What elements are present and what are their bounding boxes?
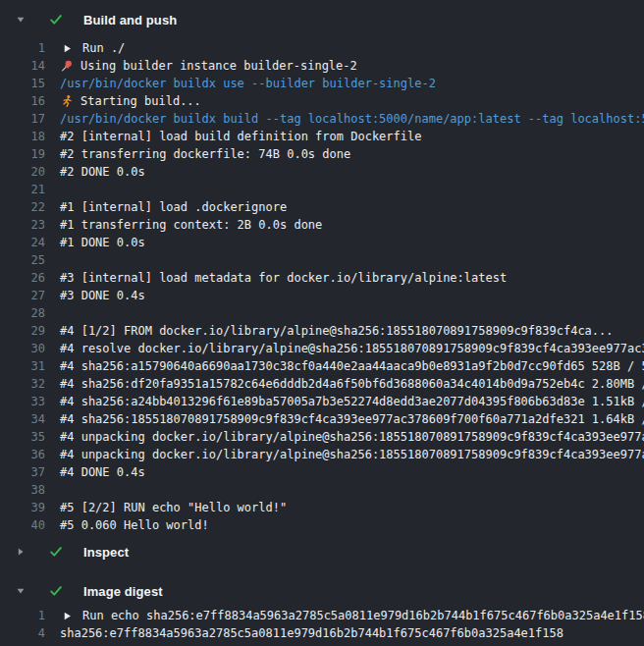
check-icon [49,545,63,559]
line-text: #4 sha256:df20fa9351a15782c64e6dddb2d4a6… [60,375,644,393]
log-line: 14Using builder instance builder-single-… [0,57,644,75]
line-number[interactable]: 39 [0,499,45,516]
log-line: 1Run ./ [0,39,644,57]
log-line: 23#1 transferring context: 2B 0.0s done [0,216,644,234]
line-number[interactable]: 18 [0,128,45,145]
log-line: 33#4 sha256:a24bb4013296f61e89ba57005a7b… [0,393,644,410]
line-number[interactable]: 31 [0,357,45,375]
line-number[interactable]: 35 [0,428,45,446]
line-number[interactable]: 36 [0,446,45,463]
check-icon [49,13,63,27]
log-line: 39#5 [2/2] RUN echo "Hello world!" [0,499,644,516]
log-line: 15/usr/bin/docker buildx use --builder b… [0,75,644,92]
log-line: 1Run echo sha256:e7ff8834a5963a2785c5a08… [0,607,644,624]
log-section-image-digest: Image digest1Run echo sha256:e7ff8834a59… [0,581,644,642]
line-text: #4 DONE 0.4s [60,463,145,481]
line-text: Run ./ [82,39,125,57]
line-number[interactable]: 4 [0,624,45,642]
line-number[interactable]: 1 [0,39,45,57]
line-number[interactable]: 16 [0,92,45,110]
line-number[interactable]: 17 [0,110,45,128]
line-content: #4 unpacking docker.io/library/alpine@sh… [60,446,644,463]
line-number[interactable]: 15 [0,75,45,92]
log-line: 29#4 [1/2] FROM docker.io/library/alpine… [0,322,644,340]
check-icon [49,584,63,598]
line-number[interactable]: 30 [0,340,45,357]
line-content: #2 DONE 0.0s [60,163,145,181]
log-line: 34#4 sha256:185518070891758909c9f839cf4c… [0,410,644,428]
log-line: 22#1 [internal] load .dockerignore [0,198,644,216]
line-number[interactable]: 23 [0,216,45,234]
line-text: #5 [2/2] RUN echo "Hello world!" [60,499,287,516]
line-content: #3 DONE 0.4s [60,287,145,304]
line-number[interactable]: 26 [0,269,45,287]
line-number[interactable]: 21 [0,181,45,198]
runner-icon [60,94,74,108]
line-content: #4 DONE 0.4s [60,463,145,481]
chevron-down-icon[interactable] [14,584,27,598]
log-line: 27#3 DONE 0.4s [0,287,644,304]
line-content: sha256:e7ff8834a5963a2785c5a0811e979d16b… [60,624,564,642]
line-text: #5 0.060 Hello world! [60,516,209,534]
line-content: #2 transferring dockerfile: 74B 0.0s don… [60,145,350,163]
section-header-inspect[interactable]: Inspect [0,542,644,562]
line-number[interactable]: 22 [0,198,45,216]
line-number[interactable]: 40 [0,516,45,534]
line-content: /usr/bin/docker buildx build --tag local… [60,110,644,128]
line-number[interactable]: 29 [0,322,45,340]
section-title: Build and push [83,13,177,27]
line-content: #4 resolve docker.io/library/alpine@sha2… [60,340,644,357]
line-number[interactable]: 27 [0,287,45,304]
line-text: #3 [internal] load metadata for docker.i… [60,269,507,287]
line-text: #4 sha256:185518070891758909c9f839cf4ca3… [60,410,644,428]
line-number[interactable]: 34 [0,410,45,428]
line-text: #3 DONE 0.4s [60,287,145,304]
line-content: #5 [2/2] RUN echo "Hello world!" [60,499,287,516]
line-text: #2 [internal] load build definition from… [60,128,421,145]
log-line: 25 [0,251,644,269]
line-number[interactable]: 19 [0,145,45,163]
line-content: #1 transferring context: 2B 0.0s done [60,216,322,234]
section-header-image-digest[interactable]: Image digest [0,581,644,601]
line-text: Starting build... [80,92,201,110]
line-text: #4 sha256:a24bb4013296f61e89ba57005a7b3e… [60,393,644,410]
log-line: 28 [0,304,644,322]
log-line: 37#4 DONE 0.4s [0,463,644,481]
section-title: Inspect [83,545,129,560]
line-content: Using builder instance builder-single-2 [60,57,357,75]
line-number[interactable]: 37 [0,463,45,481]
log-line: 20#2 DONE 0.0s [0,163,644,181]
line-text: sha256:e7ff8834a5963a2785c5a0811e979d16b… [60,624,564,642]
line-number[interactable]: 25 [0,251,45,269]
line-number[interactable]: 20 [0,163,45,181]
line-number[interactable]: 32 [0,375,45,393]
line-number[interactable]: 14 [0,57,45,75]
line-number[interactable]: 1 [0,607,45,624]
log-line: 26#3 [internal] load metadata for docker… [0,269,644,287]
log-line: 30#4 resolve docker.io/library/alpine@sh… [0,340,644,357]
line-number[interactable]: 38 [0,481,45,499]
log-line: 24#1 DONE 0.0s [0,234,644,251]
log-line: 16Starting build... [0,92,644,110]
line-content: #2 [internal] load build definition from… [60,128,421,145]
play-icon [60,609,74,622]
chevron-right-icon[interactable] [14,545,27,559]
line-content: #4 unpacking docker.io/library/alpine@sh… [60,428,644,446]
log-line: 40#5 0.060 Hello world! [0,516,644,534]
section-header-build-and-push[interactable]: Build and push [0,10,644,29]
line-number[interactable]: 28 [0,304,45,322]
line-content: #4 sha256:a15790640a6690aa1730c38cf0a440… [60,357,644,375]
line-content: /usr/bin/docker buildx use --builder bui… [60,75,436,92]
line-number[interactable]: 24 [0,234,45,251]
line-content: Run ./ [60,39,125,57]
log-line: 32#4 sha256:df20fa9351a15782c64e6dddb2d4… [0,375,644,393]
chevron-down-icon[interactable] [14,13,27,27]
line-number[interactable]: 33 [0,393,45,410]
line-text: #1 transferring context: 2B 0.0s done [60,216,322,234]
line-text: #4 unpacking docker.io/library/alpine@sh… [60,446,644,463]
log-line: 17/usr/bin/docker buildx build --tag loc… [0,110,644,128]
line-content: Run echo sha256:e7ff8834a5963a2785c5a081… [60,607,644,624]
log-section-build-and-push: Build and push1Run ./14Using builder ins… [0,10,644,534]
workflow-log-viewer: Build and push1Run ./14Using builder ins… [0,0,644,646]
line-text: #4 resolve docker.io/library/alpine@sha2… [60,340,644,357]
